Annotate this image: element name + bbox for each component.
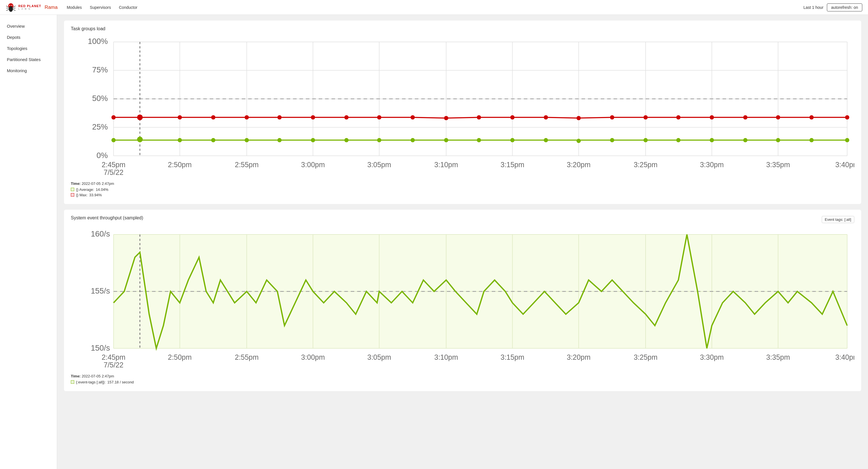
svg-text:50%: 50%: [92, 94, 108, 103]
svg-point-87: [644, 115, 648, 120]
autorefresh-button[interactable]: autorefresh: on: [827, 3, 862, 11]
svg-point-1: [9, 6, 13, 12]
svg-point-56: [377, 138, 381, 142]
svg-text:150/s: 150/s: [91, 343, 110, 352]
svg-text:3:20pm: 3:20pm: [567, 353, 590, 361]
legend-avg-label: {} Average:: [76, 188, 94, 192]
svg-point-8: [9, 5, 10, 6]
svg-line-7: [13, 9, 16, 10]
svg-point-54: [311, 138, 315, 142]
svg-point-66: [710, 138, 714, 142]
svg-point-74: [211, 115, 215, 120]
svg-point-55: [344, 138, 349, 142]
svg-text:3:15pm: 3:15pm: [500, 353, 524, 361]
svg-point-60: [510, 138, 515, 142]
svg-point-86: [610, 115, 614, 120]
sidebar-item-depots[interactable]: Depots: [0, 32, 57, 43]
time-range-button[interactable]: Last 1 hour: [803, 5, 824, 10]
svg-point-78: [344, 115, 349, 120]
throughput-svg: 160/s 155/s 150/s 2:45pm 7/5/22 2:50pm 2…: [71, 227, 854, 370]
svg-point-77: [311, 115, 315, 120]
svg-text:3:35pm: 3:35pm: [766, 353, 790, 361]
svg-text:3:00pm: 3:00pm: [301, 353, 325, 361]
legend-box-red: [71, 193, 74, 197]
task-groups-card: Task groups load: [64, 21, 861, 204]
svg-point-61: [544, 138, 548, 142]
svg-point-82: [477, 115, 481, 120]
svg-text:3:40pm: 3:40pm: [835, 161, 854, 169]
svg-point-9: [11, 5, 12, 6]
nav-conductor[interactable]: Conductor: [119, 5, 137, 10]
svg-text:100%: 100%: [88, 37, 108, 46]
card2-title: System event throughput (sampled): [71, 215, 143, 221]
svg-text:3:30pm: 3:30pm: [700, 161, 723, 169]
svg-point-67: [743, 138, 747, 142]
svg-text:3:05pm: 3:05pm: [368, 161, 391, 169]
sidebar-item-partitioned-states[interactable]: Partitioned States: [0, 54, 57, 65]
svg-point-62: [577, 139, 581, 143]
legend-throughput: {:event-tags [:all]}: 157.18 / second: [71, 380, 854, 384]
sidebar-item-overview[interactable]: Overview: [0, 21, 57, 32]
svg-point-51: [211, 138, 215, 142]
svg-text:3:20pm: 3:20pm: [567, 161, 590, 169]
svg-text:2:50pm: 2:50pm: [168, 353, 192, 361]
svg-point-85: [577, 116, 581, 120]
svg-point-83: [510, 115, 515, 120]
svg-text:2:55pm: 2:55pm: [235, 161, 259, 169]
svg-text:3:30pm: 3:30pm: [700, 353, 723, 361]
header: RED PLANET L A B S Rama Modules Supervis…: [0, 0, 868, 15]
svg-text:3:05pm: 3:05pm: [368, 353, 391, 361]
svg-point-84: [544, 115, 548, 120]
svg-point-73: [178, 115, 182, 120]
legend-max-value: 33.94%: [89, 193, 102, 197]
svg-text:3:25pm: 3:25pm: [634, 353, 657, 361]
svg-text:75%: 75%: [92, 65, 108, 74]
legend-average: {} Average: 14.04%: [71, 188, 854, 192]
svg-line-4: [6, 9, 9, 10]
svg-text:160/s: 160/s: [91, 229, 110, 238]
svg-line-6: [13, 8, 16, 8]
svg-point-88: [676, 115, 680, 120]
svg-point-49: [137, 137, 143, 142]
card2-info: Time: 2022-07-05 2:47pm {:event-tags [:a…: [71, 374, 854, 384]
svg-text:3:10pm: 3:10pm: [434, 353, 458, 361]
svg-point-71: [111, 115, 116, 120]
spider-icon: [6, 2, 16, 12]
svg-text:3:25pm: 3:25pm: [634, 161, 657, 169]
task-groups-svg: 100% 75% 50% 25% 0% 2:45pm 7/5/22 2:50pm…: [71, 35, 854, 177]
event-tags-button[interactable]: Event tags: [:all]: [822, 216, 855, 223]
legend-avg-value: 14.04%: [96, 188, 108, 192]
legend-max: {} Max: 33.94%: [71, 193, 854, 197]
svg-text:2:45pm: 2:45pm: [102, 161, 125, 169]
svg-point-69: [809, 138, 814, 142]
card1-title: Task groups load: [71, 26, 854, 31]
svg-point-50: [178, 138, 182, 142]
svg-point-93: [845, 115, 849, 120]
svg-text:25%: 25%: [92, 123, 108, 131]
svg-point-75: [245, 115, 249, 120]
throughput-card: System event throughput (sampled) Event …: [64, 210, 861, 391]
nav-modules[interactable]: Modules: [67, 5, 82, 10]
svg-text:3:40pm: 3:40pm: [835, 353, 854, 361]
svg-text:3:15pm: 3:15pm: [500, 161, 524, 169]
svg-text:2:50pm: 2:50pm: [168, 161, 192, 169]
svg-point-91: [776, 115, 780, 120]
card1-info: Time: 2022-07-05 2:47pm {} Average: 14.0…: [71, 181, 854, 197]
svg-point-57: [411, 138, 415, 142]
legend-throughput-value: 157.18 / second: [107, 380, 134, 384]
svg-point-59: [477, 138, 481, 142]
svg-text:0%: 0%: [96, 151, 108, 160]
brand-sub: L A B S: [18, 8, 41, 10]
sidebar-item-monitoring[interactable]: Monitoring: [0, 65, 57, 76]
sidebar-item-topologies[interactable]: Topologies: [0, 43, 57, 54]
nav-supervisors[interactable]: Supervisors: [90, 5, 111, 10]
svg-point-68: [776, 138, 780, 142]
svg-point-52: [245, 138, 249, 142]
svg-point-90: [743, 115, 747, 120]
svg-text:3:00pm: 3:00pm: [301, 161, 325, 169]
svg-point-64: [644, 138, 648, 142]
svg-text:2:45pm: 2:45pm: [102, 353, 125, 361]
legend-max-label: {} Max:: [76, 193, 87, 197]
svg-point-48: [111, 138, 116, 142]
logo-text: RED PLANET L A B S: [18, 5, 41, 10]
